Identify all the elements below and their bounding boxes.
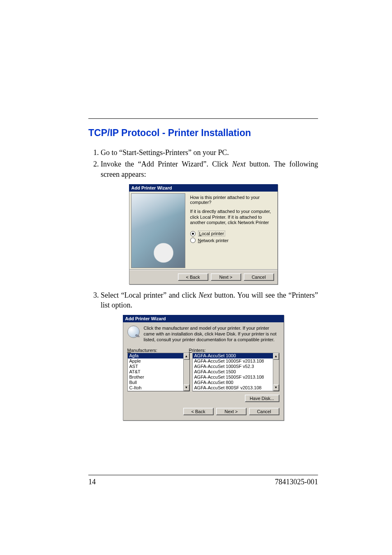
- step-2-next: Next: [232, 160, 246, 168]
- label-manufacturers-mnemonic: M: [127, 348, 131, 353]
- list-item[interactable]: AST: [128, 364, 189, 369]
- list-item[interactable]: Bull: [128, 380, 189, 385]
- printer-icon: [127, 326, 140, 338]
- add-printer-wizard-1: Add Printer Wizard How is this printer a…: [129, 184, 278, 284]
- document-id: 78413025-001: [275, 478, 318, 486]
- radio-local-label: ocal printer: [202, 231, 224, 236]
- list-item[interactable]: AGFA-AccuSet 1500SF v2013.108: [193, 375, 279, 380]
- label-manufacturers: anufacturers:: [131, 348, 157, 353]
- radio-icon: [190, 231, 196, 236]
- step-3-a: Select “Local printer” and click: [101, 291, 198, 299]
- cancel-button[interactable]: Cancel: [249, 408, 279, 415]
- have-disk-button[interactable]: Have Disk...: [245, 395, 279, 402]
- back-button[interactable]: < Back: [183, 408, 214, 415]
- add-printer-wizard-2: Add Printer Wizard Click the manufacture…: [123, 315, 284, 420]
- wizard1-description: If it is directly attached to your compu…: [190, 209, 273, 226]
- radio-icon: [190, 238, 196, 243]
- step-2: Invoke the “Add Printer Wizard”. Click N…: [101, 159, 318, 179]
- scroll-up-icon[interactable]: ▲: [184, 353, 189, 360]
- section-heading: TCP/IP Protocol - Printer Installation: [88, 127, 318, 139]
- scroll-up-icon[interactable]: ▲: [273, 353, 279, 360]
- radio-local-printer[interactable]: Local printer: [190, 231, 273, 236]
- page-number: 14: [88, 478, 96, 486]
- list-item[interactable]: AGFA-AccuSet 1500: [193, 369, 279, 375]
- manufacturers-listbox[interactable]: AgfaAppleASTAT&TBrotherBullC-Itoh ▲ ▼: [127, 353, 190, 391]
- next-button[interactable]: Next >: [211, 273, 241, 281]
- list-item[interactable]: AGFA-AccuSet 800: [193, 380, 279, 385]
- scrollbar[interactable]: ▲ ▼: [273, 353, 279, 391]
- wizard1-illustration: [131, 193, 185, 268]
- step-2-a: Invoke the “Add Printer Wizard”. Click: [101, 160, 232, 168]
- wizard2-titlebar: Add Printer Wizard: [123, 315, 284, 322]
- printers-listbox[interactable]: AGFA-AccuSet 1000AGFA-AccuSet 1000SF v20…: [192, 353, 279, 391]
- list-item[interactable]: AGFA-AccuSet 1000: [193, 353, 279, 358]
- cancel-button[interactable]: Cancel: [244, 273, 274, 281]
- list-item[interactable]: Brother: [128, 375, 189, 380]
- step-1: Go to “Start-Settings-Printers” on your …: [101, 148, 318, 157]
- wizard2-instructions: Click the manufacturer and model of your…: [144, 326, 279, 342]
- list-item[interactable]: AGFA-AccuSet 800SF v2013.108: [193, 385, 279, 391]
- scrollbar[interactable]: ▲ ▼: [183, 353, 189, 391]
- scroll-down-icon[interactable]: ▼: [184, 384, 189, 391]
- wizard1-titlebar: Add Printer Wizard: [129, 184, 278, 192]
- wizard1-question: How is this printer attached to your com…: [190, 195, 273, 205]
- label-printers: rinters:: [192, 348, 206, 353]
- list-item[interactable]: Apple: [128, 358, 189, 364]
- scroll-down-icon[interactable]: ▼: [273, 384, 279, 391]
- radio-network-label: etwork printer: [201, 238, 228, 243]
- list-item[interactable]: AT&T: [128, 369, 189, 375]
- step-3-next: Next: [198, 291, 212, 299]
- back-button[interactable]: < Back: [178, 273, 208, 281]
- list-item[interactable]: Agfa: [128, 353, 189, 358]
- next-button[interactable]: Next >: [216, 408, 247, 415]
- list-item[interactable]: AGFA-AccuSet 1000SF v2013.108: [193, 358, 279, 364]
- radio-network-printer[interactable]: Network printer: [190, 238, 273, 243]
- step-3: Select “Local printer” and click Next bu…: [101, 290, 318, 310]
- label-printers-mnemonic: P: [189, 348, 192, 353]
- list-item[interactable]: AGFA-AccuSet 1000SF v52.3: [193, 364, 279, 369]
- list-item[interactable]: C-Itoh: [128, 385, 189, 391]
